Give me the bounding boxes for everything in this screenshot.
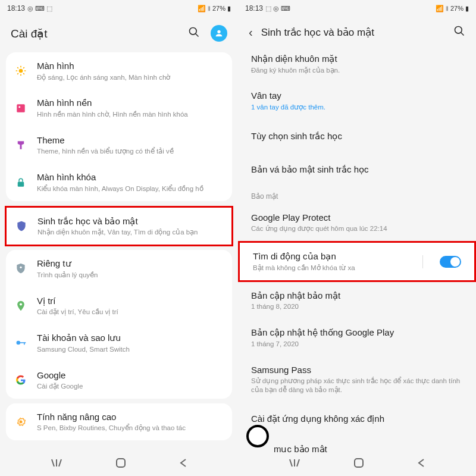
- svg-point-21: [20, 421, 23, 424]
- status-time: 18:13: [245, 4, 263, 12]
- page-title: Cài đặt: [11, 27, 180, 40]
- settings-screen: 18:13 ◎ ⌨ ⬚ 📶 ⫴ 27% ▮ Cài đặt Màn hìnhĐộ…: [0, 0, 238, 476]
- svg-point-13: [18, 106, 20, 108]
- item-biometric-options[interactable]: Tùy chọn sinh trắc học: [238, 120, 476, 153]
- settings-list: Màn hìnhĐộ sáng, Lọc ánh sáng xanh, Màn …: [0, 48, 238, 452]
- page-title: Sinh trắc học và bảo mật: [261, 26, 445, 39]
- item-secure-folder[interactable]: mục bảo mậtác ứng dụng và file cá nhân a…: [238, 436, 476, 452]
- svg-point-17: [20, 303, 22, 305]
- svg-rect-14: [20, 145, 22, 149]
- svg-point-3: [19, 69, 23, 73]
- svg-point-18: [17, 341, 21, 345]
- svg-point-16: [20, 267, 21, 268]
- item-samsung-pass[interactable]: Samsung PassSử dụng phương pháp xác thực…: [238, 356, 476, 402]
- item-biometrics-security[interactable]: Sinh trắc học và bảo mậtNhận diện khuôn …: [5, 206, 233, 246]
- biometrics-screen: 18:13 ⬚ ◎ ⌨ 📶 ⫴ 27% ▮ ‹ Sinh trắc học và…: [238, 0, 476, 476]
- svg-line-24: [59, 459, 61, 466]
- lock-icon: [14, 176, 27, 189]
- item-play-protect[interactable]: Google Play ProtectCác ứng dụng được qué…: [238, 204, 476, 241]
- item-unknown-apps[interactable]: Cài đặt ứng dụng không xác định: [238, 402, 476, 436]
- status-time: 18:13: [7, 4, 25, 12]
- brightness-icon: [14, 64, 27, 77]
- svg-rect-25: [117, 459, 125, 467]
- nav-bar: [238, 452, 476, 476]
- back-icon[interactable]: ‹: [249, 26, 253, 39]
- item-biometric-patch[interactable]: Bản vá bảo mật sinh trắc học: [238, 153, 476, 186]
- highlight-circle: [246, 425, 269, 447]
- status-bar: 18:13 ◎ ⌨ ⬚ 📶 ⫴ 27% ▮: [0, 0, 238, 17]
- svg-rect-12: [17, 104, 25, 112]
- biometrics-header: ‹ Sinh trắc học và bảo mật: [238, 17, 476, 45]
- item-fingerprint[interactable]: Vân tay1 vân tay đã được thêm.: [238, 82, 476, 119]
- status-notif-icons: ⬚ ◎ ⌨: [265, 5, 290, 12]
- status-signal-icon: 📶 ⫴: [198, 5, 211, 12]
- item-gplay-update[interactable]: Bản cập nhật hệ thống Google Play1 tháng…: [238, 319, 476, 356]
- item-privacy[interactable]: Riêng tưTrình quản lý quyền: [6, 250, 232, 287]
- item-wallpaper[interactable]: Màn hình nềnHình nền màn hình chờ, Hình …: [6, 89, 232, 126]
- biometrics-list: Nhận diện khuôn mặtĐăng ký khuôn mặt của…: [238, 45, 476, 452]
- svg-line-22: [52, 459, 54, 466]
- svg-rect-31: [355, 459, 363, 467]
- item-lockscreen[interactable]: Màn hình khóaKiểu khóa màn hình, Always …: [6, 164, 232, 201]
- nav-bar: [0, 452, 238, 476]
- settings-header: Cài đặt: [0, 17, 238, 48]
- privacy-icon: [14, 262, 27, 275]
- status-signal-icon: 📶 ⫴: [436, 5, 449, 12]
- status-bar: 18:13 ⬚ ◎ ⌨ 📶 ⫴ 27% ▮: [238, 0, 476, 17]
- svg-line-30: [297, 459, 299, 466]
- home-button[interactable]: [353, 458, 364, 471]
- item-display[interactable]: Màn hìnhĐộ sáng, Lọc ánh sáng xanh, Màn …: [6, 52, 232, 89]
- key-icon: [14, 336, 27, 349]
- svg-rect-19: [20, 342, 26, 343]
- search-icon[interactable]: [188, 26, 200, 40]
- svg-point-2: [217, 30, 220, 33]
- item-advanced[interactable]: Tính năng nâng caoS Pen, Bixby Routines,…: [6, 403, 232, 440]
- profile-avatar[interactable]: [211, 25, 227, 42]
- back-button[interactable]: [417, 458, 425, 470]
- shield-icon: [15, 220, 28, 233]
- status-battery: 27%: [212, 5, 226, 12]
- svg-line-10: [17, 73, 18, 74]
- recents-button[interactable]: [289, 458, 300, 470]
- svg-line-1: [196, 34, 199, 37]
- item-face[interactable]: Nhận diện khuôn mặtĐăng ký khuôn mặt của…: [238, 45, 476, 82]
- wallpaper-icon: [14, 102, 27, 115]
- google-icon: [14, 374, 27, 387]
- gear-icon: [14, 415, 27, 428]
- home-button[interactable]: [115, 458, 126, 471]
- svg-line-28: [290, 459, 292, 466]
- svg-line-9: [23, 73, 24, 74]
- status-notif-icons: ◎ ⌨ ⬚: [27, 5, 52, 12]
- security-section-label: Bảo mật: [238, 186, 476, 204]
- back-button[interactable]: [179, 458, 187, 470]
- location-icon: [14, 299, 27, 312]
- recents-button[interactable]: [51, 458, 62, 470]
- search-icon[interactable]: [453, 25, 465, 39]
- svg-point-0: [190, 28, 197, 35]
- status-battery: 27%: [450, 5, 464, 12]
- item-google[interactable]: GoogleCài đặt Google: [6, 362, 232, 399]
- battery-icon: ▮: [465, 5, 469, 12]
- item-find-my-mobile[interactable]: Tìm di động của bạnBật mà không cần Mở k…: [238, 241, 476, 281]
- svg-line-27: [461, 33, 464, 36]
- theme-icon: [14, 139, 27, 152]
- battery-icon: ▮: [227, 5, 231, 12]
- svg-line-11: [23, 67, 24, 68]
- find-my-toggle[interactable]: [440, 256, 461, 268]
- svg-point-26: [455, 27, 462, 34]
- item-location[interactable]: Vị tríCài đặt vị trí, Yêu cầu vị trí: [6, 287, 232, 324]
- item-security-update[interactable]: Bản cập nhật bảo mật1 tháng 8, 2020: [238, 282, 476, 319]
- svg-rect-20: [24, 342, 25, 345]
- svg-rect-15: [18, 181, 24, 186]
- svg-line-8: [17, 67, 18, 68]
- divider: [422, 255, 423, 268]
- item-accounts[interactable]: Tài khoản và sao lưuSamsung Cloud, Smart…: [6, 324, 232, 361]
- item-theme[interactable]: ThemeTheme, hình nền và biểu tượng có th…: [6, 127, 232, 164]
